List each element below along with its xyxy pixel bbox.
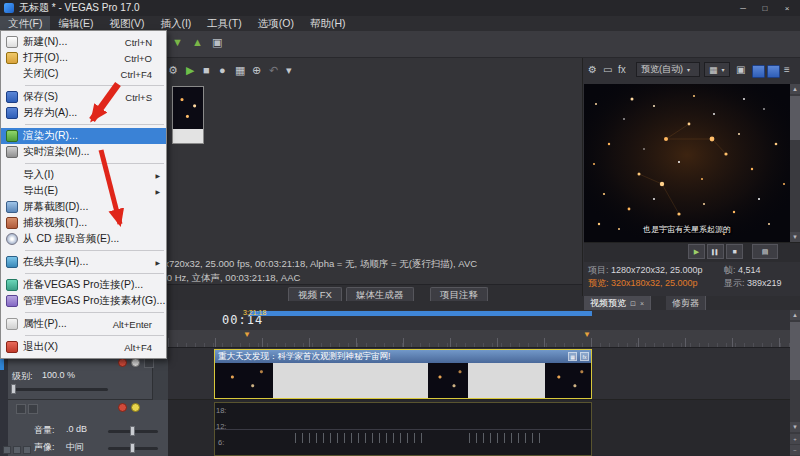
gear-icon[interactable]: ⚙ — [168, 64, 178, 77]
zoom-out-button[interactable]: − — [790, 445, 800, 455]
menu-edit[interactable]: 编辑(E) — [50, 16, 101, 31]
menu-item-prepare-connect[interactable]: 准备VEGAS Pro连接(P)... — [1, 277, 166, 293]
tab-media-generators[interactable]: 媒体生成器 — [346, 287, 414, 301]
record-arm-icon[interactable] — [118, 403, 127, 412]
play-icon[interactable]: ▶ — [186, 64, 194, 77]
preview-quality-dropdown[interactable]: 预览(自动) ▾ — [636, 62, 700, 77]
menu-item-save-as[interactable]: 另存为(A)... — [1, 105, 166, 121]
audio-event[interactable] — [214, 402, 592, 456]
scroll-up-icon[interactable]: ▲ — [790, 84, 800, 94]
menu-item-save[interactable]: 保存(S) Ctrl+S — [1, 89, 166, 105]
filmstrip-button[interactable]: ▤ — [752, 244, 778, 259]
tab-project-notes[interactable]: 项目注释 — [430, 287, 488, 301]
media-thumbnail[interactable] — [172, 86, 204, 144]
zoom-in-button[interactable]: + — [790, 434, 800, 444]
region-start-marker-icon[interactable]: ▼ — [243, 330, 251, 339]
scroll-down-icon[interactable]: ▼ — [790, 232, 800, 242]
corner-tool-icon[interactable] — [23, 446, 31, 454]
arrow-down-icon[interactable]: ▼ — [172, 36, 183, 48]
menu-item-close[interactable]: 关闭(C) Ctrl+F4 — [1, 66, 166, 82]
menu-item-shortcut: Alt+Enter — [113, 319, 166, 330]
restore-pane-icon[interactable]: ⊡ — [630, 300, 636, 308]
save-snapshot-icon[interactable] — [752, 65, 765, 78]
menu-item-render-as[interactable]: 渲染为(R)... — [1, 128, 166, 144]
panel-icon[interactable]: ▣ — [212, 36, 222, 49]
event-fx-icon[interactable]: fx — [580, 352, 589, 361]
track-button[interactable] — [16, 404, 26, 414]
menu-item-realtime-render[interactable]: 实时渲染(M)... — [1, 144, 166, 160]
menu-item-manage-connect[interactable]: 管理VEGAS Pro连接素材(G)... — [1, 293, 166, 309]
track-button[interactable] — [28, 404, 38, 414]
audio-center-line — [215, 429, 591, 430]
menu-item-screenshot[interactable]: 屏幕截图(D)... — [1, 199, 166, 215]
menu-item-new[interactable]: 新建(N)... Ctrl+N — [1, 34, 166, 50]
tab-video-preview[interactable]: 视频预览 ⊡ × — [584, 296, 651, 310]
preview-tabs: 视频预览 ⊡ × 修剪器 — [582, 296, 800, 310]
video-event-header[interactable]: 重大天文发现：科学家首次观测到神秘宇宙网! — [215, 350, 591, 363]
region-end-marker-icon[interactable]: ▼ — [583, 330, 591, 339]
menu-item-open[interactable]: 打开(O)... Ctrl+O — [1, 50, 166, 66]
menu-item-extract-cd-audio[interactable]: 从 CD 提取音频(E)... — [1, 231, 166, 247]
maximize-button[interactable]: □ — [754, 0, 776, 16]
menu-insert[interactable]: 插入(I) — [152, 16, 199, 31]
menu-options[interactable]: 选项(O) — [250, 16, 302, 31]
minimize-button[interactable]: ─ — [732, 0, 754, 16]
preview-gear-icon[interactable]: ⚙ — [588, 64, 597, 75]
dropdown-icon[interactable]: ▾ — [286, 64, 292, 77]
tab-video-fx[interactable]: 视频 FX — [288, 287, 342, 301]
volume-slider[interactable] — [108, 430, 158, 433]
save-snapshot-as-icon[interactable] — [767, 65, 780, 78]
tab-trimmer[interactable]: 修剪器 — [666, 296, 706, 310]
level-slider[interactable] — [12, 388, 108, 391]
grid-view-icon[interactable]: ▦ — [235, 64, 245, 77]
video-fx-icon[interactable]: fx — [618, 64, 626, 75]
copy-snapshot-icon[interactable]: ▣ — [736, 64, 745, 75]
menu-view[interactable]: 视图(V) — [101, 16, 152, 31]
pane-menu-icon[interactable]: ≡ — [784, 64, 790, 75]
menu-tools[interactable]: 工具(T) — [199, 16, 249, 31]
undo-icon[interactable]: ↶ — [269, 64, 278, 77]
menu-item-export[interactable]: 导出(E) ▶ — [1, 183, 166, 199]
pan-slider[interactable] — [108, 447, 158, 450]
level-value: 100.0 % — [42, 370, 75, 380]
play-button[interactable]: ▶ — [688, 244, 705, 259]
scrollbar-thumb[interactable] — [790, 322, 800, 380]
menu-file[interactable]: 文件(F) — [0, 16, 50, 31]
timeline-scrollbar[interactable]: ▲ ▼ + − — [790, 310, 800, 456]
video-event[interactable]: 重大天文发现：科学家首次观测到神秘宇宙网! ▦ fx — [214, 349, 592, 399]
overlay-grid-dropdown[interactable]: ▦ ▾ — [704, 62, 730, 77]
external-monitor-icon[interactable]: ▭ — [603, 64, 612, 75]
loop-region-bar[interactable] — [250, 311, 592, 316]
menu-item-import[interactable]: 导入(I) ▶ — [1, 167, 166, 183]
slider-thumb[interactable] — [130, 426, 135, 436]
close-button[interactable]: × — [776, 0, 798, 16]
pause-button[interactable]: ▌▌ — [707, 244, 724, 259]
stop-button[interactable]: ■ — [726, 244, 743, 259]
solo-icon[interactable] — [144, 358, 154, 368]
menu-help[interactable]: 帮助(H) — [302, 16, 354, 31]
menu-item-exit[interactable]: 退出(X) Alt+F4 — [1, 339, 166, 355]
slider-thumb[interactable] — [130, 443, 135, 453]
close-pane-icon[interactable]: × — [640, 300, 644, 307]
mute-icon[interactable] — [131, 403, 140, 412]
zoom-icon[interactable]: ⊕ — [252, 64, 261, 77]
timeline-ruler[interactable] — [168, 330, 790, 348]
menu-item-capture-video[interactable]: 捕获视频(T)... — [1, 215, 166, 231]
preview-scrollbar[interactable]: ▲ ▼ — [790, 84, 800, 242]
slider-thumb[interactable] — [11, 384, 16, 394]
corner-tool-icon[interactable] — [13, 446, 21, 454]
record-icon[interactable]: ● — [219, 64, 226, 76]
menu-item-properties[interactable]: 属性(P)... Alt+Enter — [1, 316, 166, 332]
corner-tool-icon[interactable] — [3, 446, 11, 454]
scroll-up-icon[interactable]: ▲ — [790, 310, 800, 320]
menu-item-share-online[interactable]: 在线共享(H)... ▶ — [1, 254, 166, 270]
preview-quality-value: 预览(自动) — [641, 63, 683, 76]
record-arm-icon[interactable] — [118, 358, 127, 367]
mute-icon[interactable] — [131, 358, 140, 367]
stop-icon[interactable]: ■ — [203, 64, 210, 76]
event-pan-crop-icon[interactable]: ▦ — [568, 352, 577, 361]
scrollbar-thumb[interactable] — [790, 96, 800, 140]
frame-segment — [468, 363, 546, 398]
scroll-down-icon[interactable]: ▼ — [790, 422, 800, 432]
arrow-up-icon[interactable]: ▲ — [192, 36, 203, 48]
